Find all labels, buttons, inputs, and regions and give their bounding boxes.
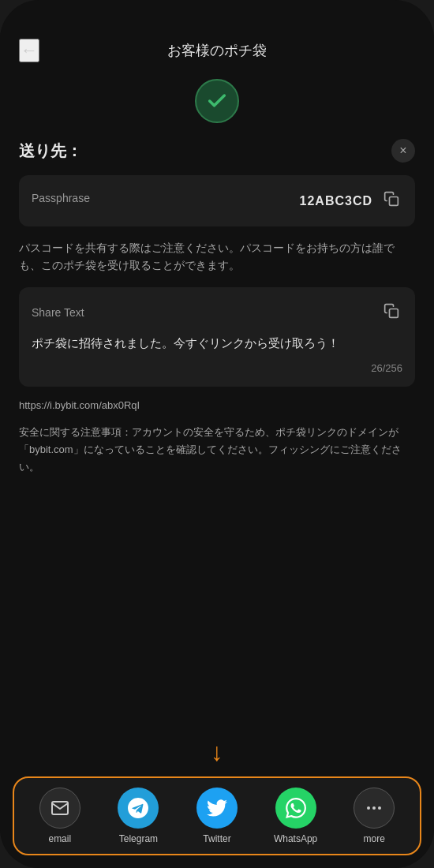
email-icon: [51, 799, 69, 817]
header: ← お客様のポチ袋: [0, 0, 434, 73]
share-link: https://i.bybit.com/abx0RqI: [19, 399, 415, 411]
copy-icon: [383, 191, 399, 207]
share-bar-wrapper: email Telegram: [0, 770, 434, 868]
svg-point-3: [372, 806, 376, 810]
copy-icon-2: [383, 303, 399, 319]
more-dots-icon: [365, 799, 383, 817]
share-item-telegram[interactable]: Telegram: [113, 788, 163, 844]
twitter-icon-circle: [196, 788, 238, 829]
more-icon-circle: [354, 788, 395, 829]
close-button[interactable]: ×: [391, 139, 415, 163]
share-item-more[interactable]: more: [349, 788, 399, 844]
telegram-icon-circle: [118, 788, 159, 829]
telegram-label: Telegram: [119, 833, 158, 844]
whatsapp-icon-circle: [275, 788, 316, 829]
page-title: お客様のポチ袋: [167, 41, 267, 60]
twitter-label: Twitter: [203, 833, 230, 844]
share-bar-border: email Telegram: [13, 776, 421, 855]
send-to-label: 送り先：: [19, 140, 82, 162]
warning-text: パスコードを共有する際はご注意ください。パスコードをお持ちの方は誰でも、このポチ…: [19, 239, 415, 275]
security-notice: 安全に関する注意事項：アカウントの安全を守るため、ポチ袋リンクのドメインが「by…: [19, 424, 415, 476]
passphrase-label: Passphrase: [32, 192, 90, 204]
whatsapp-icon: [286, 798, 306, 818]
share-text-counter: 26/256: [32, 362, 402, 374]
success-icon: [195, 79, 239, 123]
passphrase-row: Passphrase 12ABC3CD: [32, 188, 402, 214]
share-text-copy-button[interactable]: [380, 300, 402, 326]
telegram-icon: [128, 798, 148, 818]
email-label: email: [48, 833, 71, 844]
svg-point-2: [367, 806, 370, 810]
email-icon-circle: [39, 788, 80, 829]
content-area: 送り先： × Passphrase 12ABC3CD: [0, 139, 434, 738]
share-bar: email Telegram: [21, 788, 413, 844]
share-item-email[interactable]: email: [35, 788, 85, 844]
share-text-content: ポチ袋に招待されました。今すぐリンクから受け取ろう！: [32, 334, 402, 353]
passphrase-card: Passphrase 12ABC3CD: [19, 175, 415, 226]
arrow-down-icon: ↓: [211, 738, 223, 767]
passphrase-copy-button[interactable]: [380, 188, 402, 214]
phone-shell: ← お客様のポチ袋 送り先： × Passphrase: [0, 0, 434, 868]
passphrase-value: 12ABC3CD: [300, 194, 372, 208]
passphrase-value-row: 12ABC3CD: [300, 188, 402, 214]
share-text-card: Share Text ポチ袋に招待されました。今すぐリンクから受け取ろう！ 26…: [19, 287, 415, 387]
section-header: 送り先： ×: [19, 139, 415, 163]
share-item-whatsapp[interactable]: WhatsApp: [271, 788, 321, 844]
svg-rect-0: [390, 197, 398, 206]
whatsapp-label: WhatsApp: [274, 833, 317, 844]
svg-rect-1: [390, 309, 398, 317]
twitter-icon: [207, 798, 227, 818]
share-text-label: Share Text: [32, 306, 84, 319]
svg-point-4: [378, 806, 381, 810]
back-button[interactable]: ←: [19, 39, 39, 62]
share-item-twitter[interactable]: Twitter: [192, 788, 242, 844]
arrow-container: ↓: [0, 738, 434, 767]
share-text-header: Share Text: [32, 300, 402, 326]
more-label: more: [364, 833, 385, 844]
screen: ← お客様のポチ袋 送り先： × Passphrase: [0, 0, 434, 868]
